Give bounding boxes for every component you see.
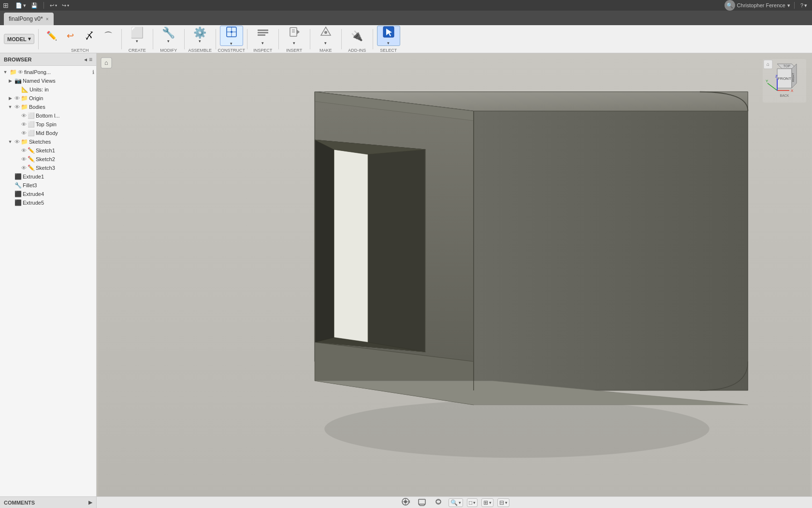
body-mid-visibility[interactable]: 👁 bbox=[21, 130, 27, 136]
fillet3-label: Fillet3 bbox=[23, 182, 94, 188]
main-tab[interactable]: finalPong v0* × bbox=[4, 13, 54, 25]
orbit-btn[interactable] bbox=[432, 496, 445, 508]
home-button[interactable]: ⌂ bbox=[101, 57, 112, 70]
bodies-visibility[interactable]: 👁 bbox=[14, 104, 20, 110]
svg-rect-4 bbox=[258, 30, 268, 31]
grid-icon[interactable]: ⊞ bbox=[3, 1, 9, 9]
root-folder-icon: 📁 bbox=[10, 69, 17, 75]
fillet3-item[interactable]: 🔧 Fillet3 bbox=[0, 181, 96, 190]
grid-mode-dropdown[interactable]: ▾ bbox=[489, 500, 492, 505]
bodies-folder-item[interactable]: ▼ 👁 📁 Bodies bbox=[0, 103, 96, 111]
modify-section: 🔧 ▾ MODIFY bbox=[157, 26, 180, 53]
sketch2-visibility[interactable]: 👁 bbox=[21, 156, 27, 162]
toolbar-sep-9 bbox=[341, 29, 342, 49]
assemble-btn[interactable]: ⚙️ ▾ bbox=[188, 26, 212, 46]
assemble-arrow: ▾ bbox=[199, 39, 201, 44]
comments-expand-icon[interactable]: ▶ bbox=[88, 499, 92, 506]
origin-item[interactable]: ▶ 👁 📁 Origin bbox=[0, 94, 96, 103]
svg-text:⌂: ⌂ bbox=[767, 61, 769, 67]
undo-btn[interactable]: ↩▾ bbox=[48, 1, 59, 10]
tree-root-item[interactable]: ▼ 📁 👁 finalPong... ℹ bbox=[0, 68, 96, 76]
zoom-fit-btn[interactable]: 🔍 bbox=[450, 499, 458, 506]
sketches-folder-item[interactable]: ▼ 👁 📁 Sketches bbox=[0, 137, 96, 146]
snap-dropdown[interactable]: ▾ bbox=[505, 500, 508, 505]
sketch2-item[interactable]: 👁 ✏️ Sketch2 bbox=[0, 155, 96, 164]
make-btn[interactable]: ▾ bbox=[314, 26, 337, 46]
body-bottom-visibility[interactable]: 👁 bbox=[21, 113, 27, 119]
extrude5-item[interactable]: ⬛ Extrude5 bbox=[0, 198, 96, 207]
browser-collapse-icon[interactable]: ◂ bbox=[84, 56, 87, 63]
sketch3-visibility[interactable]: 👁 bbox=[21, 165, 27, 171]
body-topspin-visibility[interactable]: 👁 bbox=[21, 121, 27, 127]
units-item[interactable]: 📐 Units: in bbox=[0, 85, 96, 94]
viewcube[interactable]: ⌂ TOP FRONT RIGHT X Y Z bbox=[763, 59, 806, 103]
grid-mode-btn[interactable]: ⊞ bbox=[483, 499, 488, 506]
sketch1-item[interactable]: 👁 ✏️ Sketch1 bbox=[0, 146, 96, 155]
browser-header: BROWSER ◂ ≡ bbox=[0, 53, 96, 66]
redo-btn[interactable]: ↪▾ bbox=[60, 1, 71, 10]
inspect-section: ▾ INSPECT bbox=[251, 26, 275, 53]
sketch-btn[interactable]: ✏️ bbox=[43, 26, 61, 46]
select-btn[interactable]: ▾ bbox=[377, 26, 400, 46]
make-arrow: ▾ bbox=[324, 41, 327, 46]
body-mid-icon: ⬜ bbox=[28, 130, 35, 136]
browser-menu-icon[interactable]: ≡ bbox=[89, 56, 92, 63]
display-mode-btn[interactable]: □ bbox=[469, 499, 472, 506]
display-settings-btn[interactable] bbox=[416, 496, 428, 508]
make-icon bbox=[319, 26, 332, 40]
extrude4-item[interactable]: ⬛ Extrude4 bbox=[0, 190, 96, 198]
browser-header-icons: ◂ ≡ bbox=[84, 56, 92, 63]
sketch2-icon: ✏️ bbox=[28, 156, 35, 163]
top-menubar: ⊞ 📄▾ 💾 ↩▾ ↪▾ 🔍 Christopher Ference ▾ ?▾ bbox=[0, 0, 812, 11]
assemble-section: ⚙️ ▾ ASSEMBLE bbox=[188, 26, 212, 53]
save-btn[interactable]: 💾 bbox=[29, 1, 40, 10]
grid-settings-btn[interactable] bbox=[399, 496, 412, 508]
undo-redo-group: ↩▾ ↪▾ bbox=[48, 1, 71, 10]
extrude1-item[interactable]: ⬛ Extrude1 bbox=[0, 172, 96, 181]
tab-close-btn[interactable]: × bbox=[46, 16, 49, 22]
body-topspin-item[interactable]: 👁 ⬜ Top Spin bbox=[0, 120, 96, 129]
search-icon[interactable]: 🔍 bbox=[725, 0, 735, 11]
file-menu-btn[interactable]: 📄▾ bbox=[14, 1, 28, 10]
insert-section: ▾ INSERT bbox=[283, 26, 306, 53]
modify-btn[interactable]: 🔧 ▾ bbox=[157, 26, 180, 46]
inspect-btn[interactable]: ▾ bbox=[251, 26, 275, 46]
body-bottom-icon: ⬜ bbox=[28, 112, 35, 119]
modify-icon: 🔧 bbox=[162, 28, 175, 38]
user-dropdown-arrow[interactable]: ▾ bbox=[787, 2, 790, 9]
create-section: ⬜ ▾ CREATE bbox=[126, 26, 149, 53]
sketches-visibility[interactable]: 👁 bbox=[14, 139, 20, 145]
root-expand-arrow: ▼ bbox=[2, 70, 9, 75]
viewport[interactable]: ⌂ TOP FRONT RIGHT X Y Z bbox=[97, 53, 812, 496]
snap-btn[interactable]: ⊟ bbox=[499, 499, 504, 506]
model-dropdown[interactable]: MODEL ▾ bbox=[4, 34, 34, 44]
extrude-btn[interactable]: ⬜ ▾ bbox=[126, 26, 149, 46]
help-btn[interactable]: ?▾ bbox=[798, 1, 809, 10]
svg-rect-60 bbox=[419, 499, 425, 504]
sketch3-icon: ✏️ bbox=[28, 164, 35, 171]
user-info: Christopher Ference ▾ bbox=[737, 2, 790, 9]
zoom-dropdown-btn[interactable]: ▾ bbox=[459, 500, 461, 505]
body-mid-item[interactable]: 👁 ⬜ Mid Body bbox=[0, 129, 96, 137]
display-mode-dropdown[interactable]: ▾ bbox=[473, 500, 476, 505]
sketch-arc-btn[interactable]: ⌒ bbox=[99, 26, 117, 46]
sketch3-item[interactable]: 👁 ✏️ Sketch3 bbox=[0, 164, 96, 172]
finish-sketch-btn[interactable]: ↩ bbox=[61, 26, 80, 46]
sketch1-visibility[interactable]: 👁 bbox=[21, 148, 27, 153]
create-label: CREATE bbox=[129, 48, 146, 53]
sketch-line-icon: 〆 bbox=[85, 31, 94, 40]
sketch1-label: Sketch1 bbox=[36, 148, 94, 153]
svg-point-16 bbox=[324, 400, 710, 458]
svg-marker-8 bbox=[297, 30, 300, 34]
svg-marker-59 bbox=[409, 500, 410, 503]
named-views-item[interactable]: ▶ 📷 Named Views bbox=[0, 76, 96, 85]
insert-btn[interactable]: ▾ bbox=[283, 26, 306, 46]
construct-btn[interactable]: ▾ bbox=[220, 26, 243, 46]
root-visibility-icon[interactable]: 👁 bbox=[18, 69, 23, 75]
sketch-line-btn[interactable]: 〆 bbox=[80, 26, 99, 46]
svg-point-3 bbox=[231, 31, 232, 33]
body-bottom-item[interactable]: 👁 ⬜ Bottom l... bbox=[0, 111, 96, 120]
origin-visibility[interactable]: 👁 bbox=[14, 95, 20, 101]
addins-btn[interactable]: 🔌 bbox=[346, 26, 369, 46]
construct-arrow: ▾ bbox=[230, 42, 232, 46]
